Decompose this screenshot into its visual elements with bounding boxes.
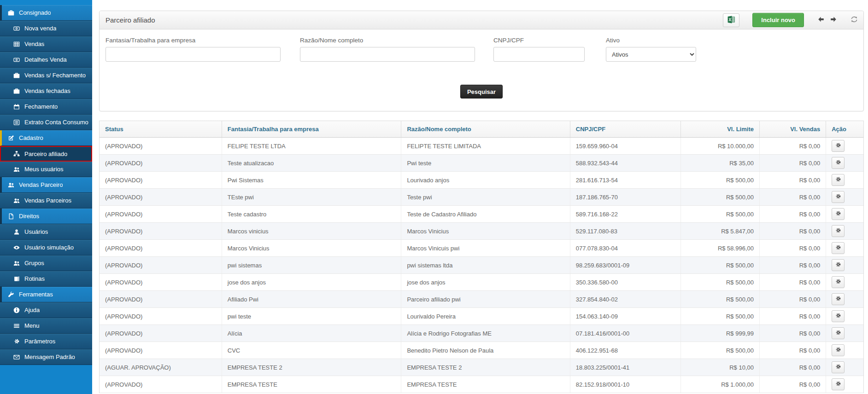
row-actions-button[interactable] <box>832 327 845 339</box>
sidebar-item-extrato-conta-consumo[interactable]: Extrato Conta Consumo <box>0 115 92 130</box>
row-actions-button[interactable] <box>832 276 845 288</box>
cell-razao: Marcos Vinicuis pwi <box>401 240 570 257</box>
row-actions-button[interactable] <box>832 259 845 271</box>
cell-acao <box>826 325 863 342</box>
cell-razao: Pwi teste <box>401 155 570 172</box>
row-actions-button[interactable] <box>832 344 845 356</box>
sidebar-item-ferramentas[interactable]: Ferramentas <box>0 287 92 302</box>
sidebar-item-cadastro[interactable]: Cadastro <box>0 130 92 146</box>
user-icon <box>13 229 20 235</box>
panel-body: Fantasia/Trabalha para empresa Razão/Nom… <box>100 29 863 111</box>
sidebar-item-vendas-fechadas[interactable]: Vendas fechadas <box>0 83 92 99</box>
fantasia-label: Fantasia/Trabalha para empresa <box>106 37 281 44</box>
row-actions-button[interactable] <box>832 208 845 220</box>
col-razao: Razão/Nome completo <box>401 121 570 138</box>
row-actions-button[interactable] <box>832 310 845 322</box>
gear-icon <box>835 347 841 354</box>
cell-vendas: R$ 0,00 <box>759 376 826 393</box>
cell-limite: R$ 500,00 <box>681 274 760 291</box>
sidebar-item-ajuda[interactable]: Ajuda <box>0 302 92 318</box>
cell-cnpj: 98.259.683/0001-09 <box>570 257 680 274</box>
export-excel-button[interactable] <box>723 13 739 27</box>
razao-label: Razão/Nome completo <box>300 37 475 44</box>
sidebar-item-label: Fechamento <box>24 103 58 110</box>
cell-razao: EMPRESA TESTE 2 <box>401 359 570 376</box>
table-row: (APROVADO)CVCBenedito Pietro Nelson de P… <box>100 342 863 359</box>
row-actions-button[interactable] <box>832 293 845 305</box>
sidebar-item-menu[interactable]: Menu <box>0 318 92 334</box>
cell-cnpj: 18.803.225/0001-41 <box>570 359 680 376</box>
sidebar-item-vendas-parceiros[interactable]: Vendas Parceiros <box>0 193 92 209</box>
sidebar-item-grupos[interactable]: Grupos <box>0 255 92 271</box>
gear-icon <box>835 142 841 150</box>
row-actions-button[interactable] <box>832 157 845 169</box>
briefcase-icon <box>13 72 20 79</box>
incluir-novo-button[interactable]: Incluir novo <box>752 13 804 27</box>
cell-acao <box>826 189 863 206</box>
sidebar-item-consignado[interactable]: Consignado <box>0 5 92 21</box>
cell-vendas: R$ 0,00 <box>759 189 826 206</box>
sidebar-item-parametros[interactable]: Parâmetros <box>0 334 92 349</box>
wrench-icon <box>7 291 15 298</box>
table-row: (APROVADO)Pwi SistemasLourivado anjos281… <box>100 172 863 189</box>
row-actions-button[interactable] <box>832 191 845 203</box>
sidebar-item-fechamento[interactable]: Fechamento <box>0 99 92 115</box>
ativo-select[interactable]: Ativos <box>606 47 696 62</box>
cell-status: (APROVADO) <box>100 189 222 206</box>
row-actions-button[interactable] <box>832 225 845 237</box>
refresh-button[interactable] <box>850 16 858 24</box>
cell-cnpj: 077.078.830-04 <box>570 240 680 257</box>
sidebar-item-usuario-simulacao[interactable]: Usuário simulação <box>0 240 92 255</box>
cell-vendas: R$ 0,00 <box>759 223 826 240</box>
row-actions-button[interactable] <box>832 140 845 152</box>
sidebar-item-vendas-s-fechamento[interactable]: Vendas s/ Fechamento <box>0 68 92 83</box>
list-icon <box>13 119 20 126</box>
gear-icon <box>835 227 841 235</box>
row-actions-button[interactable] <box>832 242 845 254</box>
sidebar-item-vendas-parceiro[interactable]: Vendas Parceiro <box>0 177 92 193</box>
sidebar-item-parceiro-afiliado[interactable]: Parceiro afiliado <box>0 146 92 162</box>
cell-acao <box>826 223 863 240</box>
cell-fantasia: EMPRESA TESTE 2 <box>222 359 401 376</box>
next-page-button[interactable] <box>829 15 838 25</box>
table-row: (APROVADO)Marcos ViniciusMarcos Vinicuis… <box>100 240 863 257</box>
cell-fantasia: TEste pwi <box>222 189 401 206</box>
cell-fantasia: Teste cadastro <box>222 206 401 223</box>
cell-razao: Teste pwi <box>401 189 570 206</box>
sidebar: ConsignadoNova vendaVendasDetalhes Venda… <box>0 0 92 394</box>
cell-vendas: R$ 0,00 <box>759 138 826 155</box>
sidebar-item-direitos[interactable]: Direitos <box>0 209 92 224</box>
sidebar-item-nova-venda[interactable]: Nova venda <box>0 21 92 36</box>
sidebar-item-vendas[interactable]: Vendas <box>0 36 92 52</box>
row-actions-button[interactable] <box>832 174 845 186</box>
row-actions-button[interactable] <box>832 361 845 373</box>
cell-cnpj: 529.117.080-83 <box>570 223 680 240</box>
cell-cnpj: 159.659.960-04 <box>570 138 680 155</box>
row-actions-button[interactable] <box>832 378 845 390</box>
fantasia-input[interactable] <box>106 47 281 62</box>
table-row: (APROVADO)pwi testeLourivaldo Pereira154… <box>100 308 863 325</box>
cell-status: (APROVADO) <box>100 240 222 257</box>
cell-cnpj: 327.854.840-02 <box>570 291 680 308</box>
sidebar-item-label: Ajuda <box>24 307 40 313</box>
cell-vendas: R$ 0,00 <box>759 325 826 342</box>
ativo-label: Ativo <box>606 37 696 44</box>
cell-limite: R$ 58.996,00 <box>681 240 760 257</box>
cell-status: (APROVADO) <box>100 206 222 223</box>
cnpj-input[interactable] <box>493 47 585 62</box>
filter-fantasia: Fantasia/Trabalha para empresa <box>106 37 281 62</box>
sidebar-item-meus-usuarios[interactable]: Meus usuários <box>0 162 92 177</box>
sidebar-item-mensagem-padrao[interactable]: Mensagem Padrão <box>0 349 92 365</box>
sidebar-item-usuarios[interactable]: Usuários <box>0 224 92 240</box>
sidebar-item-detalhes-venda[interactable]: Detalhes Venda <box>0 52 92 68</box>
pesquisar-button[interactable]: Pesquisar <box>460 85 503 98</box>
arrow-left-icon <box>817 16 825 24</box>
main-content: Parceiro afiliado Incluir novo <box>92 0 868 394</box>
cnpj-label: CNPJ/CPF <box>493 37 585 44</box>
previous-page-button[interactable] <box>816 15 826 25</box>
razao-input[interactable] <box>300 47 475 62</box>
sidebar-item-label: Grupos <box>24 260 44 267</box>
users-icon <box>13 260 20 267</box>
cell-razao: Lourivaldo Pereira <box>401 308 570 325</box>
sidebar-item-rotinas[interactable]: Rotinas <box>0 271 92 287</box>
